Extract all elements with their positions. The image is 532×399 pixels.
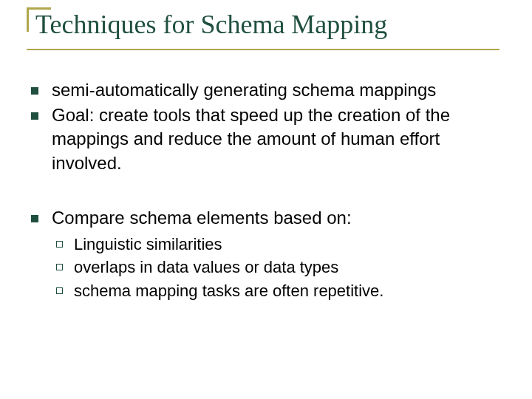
slide-title: Techniques for Schema Mapping	[33, 10, 511, 40]
bullet-item: semi-automatically generating schema map…	[27, 78, 511, 102]
bullet-list: Compare schema elements based on: Lingui…	[27, 206, 511, 301]
slide: Techniques for Schema Mapping semi-autom…	[0, 0, 532, 399]
sub-bullet-item: Linguistic similarities	[52, 233, 511, 256]
sub-bullet-item: schema mapping tasks are often repetitiv…	[52, 280, 511, 302]
title-block: Techniques for Schema Mapping	[33, 10, 511, 50]
bullet-item: Compare schema elements based on: Lingui…	[27, 206, 511, 301]
spacer	[21, 177, 511, 206]
sub-bullet-item: overlaps in data values or data types	[52, 256, 511, 279]
title-underline	[27, 49, 499, 50]
bullet-item: Goal: create tools that speed up the cre…	[27, 103, 511, 175]
sub-bullet-list: Linguistic similarities overlaps in data…	[52, 233, 511, 302]
bullet-list: semi-automatically generating schema map…	[27, 78, 511, 176]
bullet-text: Compare schema elements based on:	[52, 208, 352, 228]
